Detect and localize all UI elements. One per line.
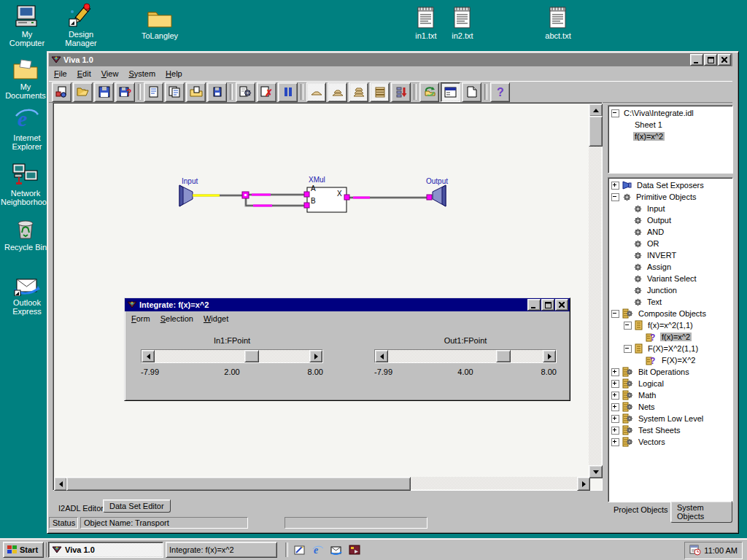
tree-item-label[interactable]: INVERT [646, 251, 678, 260]
tree-item[interactable]: Bit Operations [610, 366, 732, 378]
horizontal-scroll-thumb[interactable] [66, 477, 411, 491]
dialog-menu-widget[interactable]: Widget [198, 314, 233, 324]
tree-item-label[interactable]: Sheet 1 [633, 120, 664, 129]
flatten-2-button[interactable] [328, 82, 347, 102]
tree-item[interactable]: Variant Select [610, 273, 732, 284]
viva-titlebar[interactable]: Viva 1.0 [49, 53, 732, 66]
refresh-folder-button[interactable] [419, 82, 439, 102]
tree-item[interactable]: Test Sheets [610, 424, 732, 436]
tree-item[interactable]: INVERT [610, 249, 732, 261]
tree-item[interactable]: OR [610, 238, 732, 249]
tree-item[interactable]: Junction [610, 284, 732, 296]
desktop-icon-in1-txt[interactable]: in1.txt [409, 3, 444, 40]
ie-small-icon[interactable]: e [311, 543, 325, 556]
start-button[interactable]: Start [3, 542, 44, 558]
media-icon[interactable] [348, 543, 361, 556]
tree-item[interactable]: Primitive Objects [610, 191, 732, 203]
flatten-4-button[interactable] [370, 82, 390, 102]
expand-minus-icon[interactable] [611, 310, 619, 318]
clock[interactable]: 11:00 AM [704, 546, 738, 555]
desktop-icon-outlook-express[interactable]: Outlook Express [4, 270, 50, 316]
tree-item-label[interactable]: f(x)=x^2 [633, 132, 665, 141]
tree-item[interactable]: Nets [610, 401, 732, 413]
mail-icon[interactable] [330, 543, 343, 556]
flatten-3-button[interactable] [349, 82, 368, 102]
tree-item[interactable]: System Low Level [610, 413, 732, 424]
canvas-horizontal-scrollbar[interactable] [54, 477, 590, 489]
tree-item[interactable]: ?F(X)=X^2 [610, 354, 732, 366]
expand-minus-icon[interactable] [611, 109, 619, 117]
dialog-menu-form[interactable]: Form [126, 314, 155, 324]
tree-item[interactable]: Input [610, 203, 732, 214]
tree-item[interactable]: Sheet 1 [610, 119, 732, 131]
tree-item-label[interactable]: f(x)=x^2 [660, 332, 692, 341]
desktop-icon-recycle-bin[interactable]: Recycle Bin [3, 214, 48, 252]
dialog-close-button[interactable] [555, 299, 568, 311]
tree-item[interactable]: f(x)=x^2(1,1) [610, 319, 732, 331]
tree-item-label[interactable]: Text [646, 298, 663, 306]
slider-thumb[interactable] [496, 350, 511, 362]
slider-left-arrow[interactable] [142, 350, 155, 362]
pause-button[interactable] [278, 82, 298, 102]
tree-item-label[interactable]: Output [646, 216, 673, 225]
save-small-button[interactable] [207, 82, 227, 102]
new-project-button[interactable] [52, 82, 71, 102]
close-button[interactable] [718, 54, 731, 66]
tree-item[interactable]: Text [610, 296, 732, 308]
slider-thumb[interactable] [244, 350, 259, 362]
expand-minus-icon[interactable] [624, 322, 632, 330]
main-menu-edit[interactable]: Edit [72, 69, 96, 79]
minimize-button[interactable] [690, 54, 703, 66]
tree-item-label[interactable]: Composite Objects [637, 309, 708, 318]
maximize-button[interactable] [704, 54, 717, 66]
help-button[interactable]: ? [490, 82, 510, 102]
input-object-label[interactable]: Input [182, 177, 198, 185]
slider-2[interactable] [374, 349, 557, 363]
desktop-icon-internet-explorer[interactable]: eInternet Explorer [4, 105, 50, 151]
main-menu-system[interactable]: System [123, 69, 160, 79]
flatten-1-button[interactable] [306, 82, 326, 102]
pen-pad-icon[interactable] [293, 543, 306, 556]
tree-item[interactable]: f(x)=x^2 [610, 131, 732, 142]
desktop-icon-my-documents[interactable]: My Documents [1, 54, 50, 100]
new-sheet-button[interactable] [144, 82, 163, 102]
tree-item[interactable]: AND [610, 226, 732, 238]
tree-item[interactable]: ?f(x)=x^2 [610, 331, 732, 343]
editor-tab-i2adl-editor[interactable]: I2ADL Editor [53, 502, 109, 515]
task-button-integrate-f-x-x-2[interactable]: Integrate: f(x)=x^2 [166, 542, 277, 558]
save-as-button[interactable]: ? [115, 82, 135, 102]
open-folder-button[interactable] [73, 82, 93, 102]
desktop-icon-tolangley[interactable]: ToLangley [136, 3, 184, 40]
sort-down-button[interactable] [391, 82, 411, 102]
desktop-icon-network-neighborhood[interactable]: Network Neighborhood [1, 160, 50, 206]
task-button-viva-1-0[interactable]: Viva 1.0 [48, 542, 163, 558]
expand-plus-icon[interactable] [611, 392, 619, 400]
tree-item-label[interactable]: OR [646, 239, 661, 248]
scroll-left-button[interactable] [54, 477, 67, 491]
tree-item-label[interactable]: System Low Level [637, 414, 705, 423]
scheduler-tray-icon[interactable] [689, 545, 701, 557]
build-button[interactable] [236, 82, 255, 102]
main-menu-view[interactable]: View [96, 69, 124, 79]
tree-item-label[interactable]: Vectors [637, 438, 667, 446]
slider-right-arrow[interactable] [543, 350, 556, 362]
expand-plus-icon[interactable] [611, 182, 619, 190]
output-object-label[interactable]: Output [426, 177, 451, 185]
tree-item[interactable]: F(X)=X^2(1,1) [610, 343, 732, 354]
tree-item[interactable]: Assign [610, 261, 732, 273]
scroll-right-button[interactable] [577, 477, 590, 491]
slider-1[interactable] [141, 349, 323, 363]
tree-item-label[interactable]: Nets [637, 402, 657, 411]
expand-minus-icon[interactable] [611, 193, 619, 201]
i2adl-canvas[interactable]: Input XMul A B X Output [53, 102, 603, 491]
desktop-icon-design-manager[interactable]: Design Manager [60, 1, 102, 47]
desktop-icon-my-computer[interactable]: My Computer [4, 1, 50, 47]
dialog-maximize-button[interactable] [541, 299, 554, 311]
sheet-doc-button[interactable] [462, 82, 481, 102]
vertical-scroll-thumb[interactable] [589, 116, 603, 147]
tree-item-label[interactable]: Assign [646, 262, 673, 271]
expand-plus-icon[interactable] [611, 368, 619, 376]
panel-tab-system-objects[interactable]: System Objects [670, 501, 732, 523]
cancel-build-button[interactable]: ✗ [257, 82, 276, 102]
dialog-menu-selection[interactable]: Selection [155, 314, 198, 324]
